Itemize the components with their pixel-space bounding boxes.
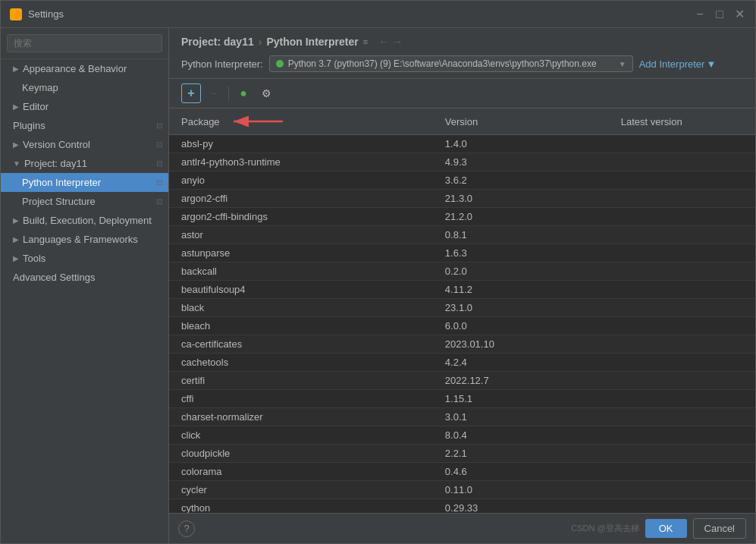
table-row[interactable]: click 8.0.4 <box>169 426 755 445</box>
sidebar-item-keymap[interactable]: Keymap <box>1 78 168 97</box>
arrow-annotation <box>226 113 287 130</box>
package-name: cffi <box>169 390 433 408</box>
sidebar-item-label: Project: day11 <box>24 158 87 169</box>
package-latest <box>609 335 755 354</box>
table-row[interactable]: cycler 0.11.0 <box>169 481 755 499</box>
table-row[interactable]: antlr4-python3-runtime 4.9.3 <box>169 153 755 171</box>
package-name: cycler <box>169 481 433 499</box>
package-latest <box>609 445 755 463</box>
package-version: 4.11.2 <box>433 281 609 299</box>
minimize-button[interactable]: − <box>693 8 707 21</box>
package-latest <box>609 226 755 244</box>
cancel-button[interactable]: Cancel <box>693 518 746 539</box>
package-version: 1.15.1 <box>433 390 609 408</box>
package-version: 21.2.0 <box>433 208 609 226</box>
close-button[interactable]: ✕ <box>732 8 746 21</box>
breadcrumb: Project: day11 › Python Interpreter ≡ ← … <box>181 36 743 48</box>
sidebar-item-advanced-settings[interactable]: Advanced Settings <box>1 268 168 287</box>
sidebar-item-version-control[interactable]: ▶ Version Control ⊡ <box>1 135 168 154</box>
maximize-button[interactable]: □ <box>713 8 726 21</box>
main-content: Project: day11 › Python Interpreter ≡ ← … <box>169 28 755 543</box>
add-interpreter-button[interactable]: Add Interpreter ▼ <box>639 58 717 70</box>
arrow-icon: ▶ <box>13 235 19 244</box>
table-row[interactable]: certifi 2022.12.7 <box>169 372 755 390</box>
sidebar-item-label: Build, Execution, Deployment <box>23 215 152 226</box>
table-row[interactable]: argon2-cffi 21.3.0 <box>169 190 755 208</box>
remove-package-button[interactable]: − <box>204 83 224 103</box>
package-version: 23.1.0 <box>433 299 609 317</box>
nav-back-button[interactable]: ← <box>378 36 389 48</box>
package-latest <box>609 153 755 171</box>
package-name: cachetools <box>169 354 433 372</box>
package-latest <box>609 426 755 445</box>
dropdown-arrow-icon: ▼ <box>619 60 626 68</box>
table-row[interactable]: astor 0.8.1 <box>169 226 755 244</box>
run-package-button[interactable]: ● <box>234 83 253 103</box>
table-row[interactable]: astunparse 1.6.3 <box>169 244 755 263</box>
settings-package-button[interactable]: ⚙ <box>256 83 276 103</box>
interpreter-select[interactable]: Python 3.7 (python37) (9) E:\software\An… <box>269 55 633 72</box>
breadcrumb-page: Python Interpreter <box>266 36 358 48</box>
sidebar-item-build-execution[interactable]: ▶ Build, Execution, Deployment <box>1 211 168 230</box>
help-button[interactable]: ? <box>178 520 195 537</box>
sidebar-item-label: Plugins <box>13 120 45 131</box>
table-row[interactable]: cffi 1.15.1 <box>169 390 755 408</box>
package-table-container[interactable]: Package <box>169 108 755 513</box>
table-row[interactable]: absl-py 1.4.0 <box>169 135 755 153</box>
table-row[interactable]: argon2-cffi-bindings 21.2.0 <box>169 208 755 226</box>
package-latest <box>609 244 755 263</box>
breadcrumb-menu-icon[interactable]: ≡ <box>363 37 368 46</box>
table-row[interactable]: charset-normalizer 3.0.1 <box>169 408 755 426</box>
package-version: 0.8.1 <box>433 226 609 244</box>
sidebar-item-label: Python Interpreter <box>22 177 101 188</box>
table-row[interactable]: ca-certificates 2023.01.10 <box>169 335 755 354</box>
package-name: ca-certificates <box>169 335 433 354</box>
search-input[interactable] <box>7 34 162 52</box>
settings-window: 🔶 Settings − □ ✕ ▶ Appearance & Behavior… <box>0 0 756 544</box>
interpreter-row: Python Interpreter: Python 3.7 (python37… <box>181 55 743 72</box>
package-name: cython <box>169 499 433 514</box>
package-latest <box>609 481 755 499</box>
table-row[interactable]: colorama 0.4.6 <box>169 463 755 481</box>
sidebar-item-appearance[interactable]: ▶ Appearance & Behavior <box>1 59 168 78</box>
arrow-icon: ▶ <box>13 102 19 111</box>
table-row[interactable]: bleach 6.0.0 <box>169 317 755 335</box>
table-row[interactable]: beautifulsoup4 4.11.2 <box>169 281 755 299</box>
package-version: 3.0.1 <box>433 408 609 426</box>
package-version: 2023.01.10 <box>433 335 609 354</box>
table-header-row: Package <box>169 108 755 135</box>
table-row[interactable]: cloudpickle 2.2.1 <box>169 445 755 463</box>
table-row[interactable]: black 23.1.0 <box>169 299 755 317</box>
package-name: anyio <box>169 171 433 190</box>
arrow-icon: ▶ <box>13 64 19 73</box>
edit-icon: ⊡ <box>156 140 162 149</box>
sidebar-item-tools[interactable]: ▶ Tools <box>1 249 168 268</box>
package-name: astor <box>169 226 433 244</box>
package-latest <box>609 317 755 335</box>
table-row[interactable]: backcall 0.2.0 <box>169 263 755 281</box>
interpreter-label: Python Interpreter: <box>181 58 263 70</box>
nav-forward-button[interactable]: → <box>392 36 403 48</box>
sidebar-item-project-structure[interactable]: Project Structure ⊡ <box>1 192 168 211</box>
col-header-package: Package <box>169 108 433 135</box>
sidebar-item-project[interactable]: ▼ Project: day11 ⊡ <box>1 154 168 173</box>
sidebar-item-python-interpreter[interactable]: Python Interpreter ⊡ <box>1 173 168 192</box>
ok-button[interactable]: OK <box>645 519 687 538</box>
package-name: antlr4-python3-runtime <box>169 153 433 171</box>
add-package-button[interactable]: + <box>181 83 201 103</box>
table-row[interactable]: cachetools 4.2.4 <box>169 354 755 372</box>
sidebar-item-languages[interactable]: ▶ Languages & Frameworks <box>1 230 168 249</box>
package-latest <box>609 135 755 153</box>
bottom-bar: ? CSDN @登高去梯 OK Cancel <box>169 513 755 543</box>
table-row[interactable]: cython 0.29.33 <box>169 499 755 514</box>
breadcrumb-separator: › <box>259 36 262 48</box>
package-latest <box>609 499 755 514</box>
package-latest <box>609 171 755 190</box>
table-row[interactable]: anyio 3.6.2 <box>169 171 755 190</box>
bottom-left: ? <box>178 520 195 537</box>
package-latest <box>609 208 755 226</box>
sidebar-item-plugins[interactable]: Plugins ⊡ <box>1 116 168 135</box>
package-version: 6.0.0 <box>433 317 609 335</box>
sidebar-item-editor[interactable]: ▶ Editor <box>1 97 168 116</box>
package-version: 21.3.0 <box>433 190 609 208</box>
